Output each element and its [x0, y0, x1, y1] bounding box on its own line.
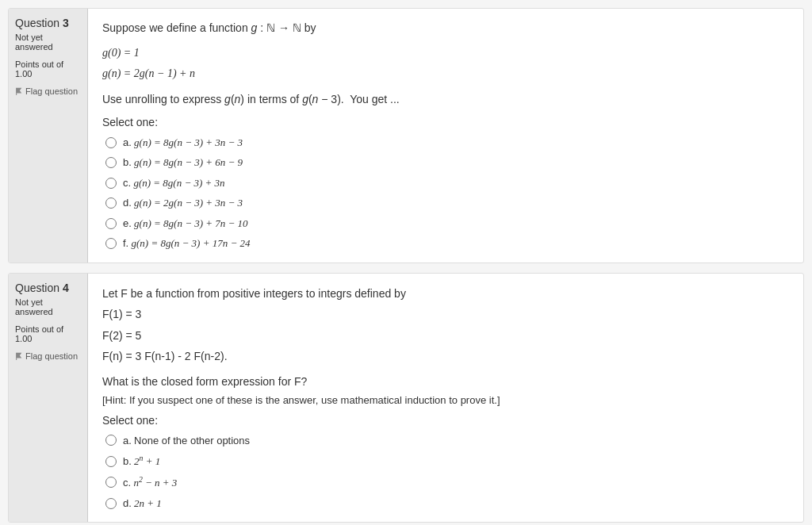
- q4-radio-a[interactable]: [105, 435, 117, 446]
- question-4-eq2: F(2) = 5: [102, 327, 789, 344]
- q3-radio-e[interactable]: [105, 218, 117, 229]
- question-4-sidebar: Question 4 Not yet answered Points out o…: [9, 274, 88, 523]
- q4-option-b[interactable]: b. 2n + 1: [105, 453, 789, 469]
- question-4-options: a. None of the other options b. 2n + 1 c…: [102, 433, 789, 512]
- question-3-eq1: g(0) = 1: [102, 44, 789, 62]
- question-4-content: Let F be a function from positive intege…: [88, 274, 803, 523]
- question-3-instruction: Use unrolling to express g(n) in terms o…: [102, 91, 789, 108]
- q4-option-d[interactable]: d. 2n + 1: [105, 496, 789, 512]
- q3-radio-f[interactable]: [105, 238, 117, 249]
- q3-option-a[interactable]: a. g(n) = 8g(n − 3) + 3n − 3: [105, 135, 789, 151]
- question-4-flag[interactable]: Flag question: [15, 351, 81, 361]
- question-3-select-label: Select one:: [102, 116, 789, 128]
- q3-option-b[interactable]: b. g(n) = 8g(n − 3) + 6n − 9: [105, 155, 789, 171]
- question-4-status: Not yet answered: [15, 297, 81, 316]
- flag-icon: [15, 352, 23, 360]
- q4-option-a[interactable]: a. None of the other options: [105, 433, 789, 449]
- question-4-intro: Let F be a function from positive intege…: [102, 285, 789, 302]
- q4-radio-c[interactable]: [105, 477, 117, 488]
- q3-radio-d[interactable]: [105, 197, 117, 209]
- question-4-points-label: Points out of 1.00: [15, 324, 81, 343]
- q3-option-d[interactable]: d. g(n) = 2g(n − 3) + 3n − 3: [105, 195, 789, 211]
- q4-radio-b[interactable]: [105, 456, 117, 467]
- question-3-flag[interactable]: Flag question: [15, 86, 81, 96]
- question-4-hint: [Hint: If you suspect one of these is th…: [102, 394, 789, 406]
- question-4-instruction: What is the closed form expression for F…: [102, 373, 789, 390]
- flag-icon: [15, 87, 23, 95]
- question-3-sidebar: Question 3 Not yet answered Points out o…: [9, 9, 88, 262]
- question-3-content: Suppose we define a function g : ℕ → ℕ b…: [88, 9, 803, 262]
- q3-radio-b[interactable]: [105, 157, 117, 168]
- question-3-points-label: Points out of 1.00: [15, 59, 81, 79]
- q3-radio-a[interactable]: [105, 137, 117, 148]
- question-4-number: Question 4: [15, 282, 81, 294]
- question-3-status: Not yet answered: [15, 33, 81, 52]
- q3-option-f[interactable]: f. g(n) = 8g(n − 3) + 17n − 24: [105, 236, 789, 251]
- question-3-options: a. g(n) = 8g(n − 3) + 3n − 3 b. g(n) = 8…: [102, 135, 789, 251]
- question-4-eq3: F(n) = 3 F(n-1) - 2 F(n-2).: [102, 347, 789, 365]
- question-4-select-label: Select one:: [102, 414, 789, 427]
- page-container: Question 3 Not yet answered Points out o…: [0, 0, 812, 525]
- q4-option-c[interactable]: c. n2 − n + 3: [105, 474, 789, 491]
- q3-option-e[interactable]: e. g(n) = 8g(n − 3) + 7n − 10: [105, 216, 789, 232]
- question-3-number: Question 3: [15, 17, 81, 29]
- q3-radio-c[interactable]: [105, 178, 117, 189]
- q3-option-c[interactable]: c. g(n) = 8g(n − 3) + 3n: [105, 175, 789, 191]
- question-3-eq2: g(n) = 2g(n − 1) + n: [102, 65, 789, 82]
- question-4-block: Question 4 Not yet answered Points out o…: [8, 273, 804, 523]
- question-4-eq1: F(1) = 3: [102, 305, 789, 323]
- question-3-block: Question 3 Not yet answered Points out o…: [8, 8, 804, 263]
- q4-radio-d[interactable]: [105, 498, 117, 509]
- question-3-intro: Suppose we define a function g : ℕ → ℕ b…: [102, 20, 789, 36]
